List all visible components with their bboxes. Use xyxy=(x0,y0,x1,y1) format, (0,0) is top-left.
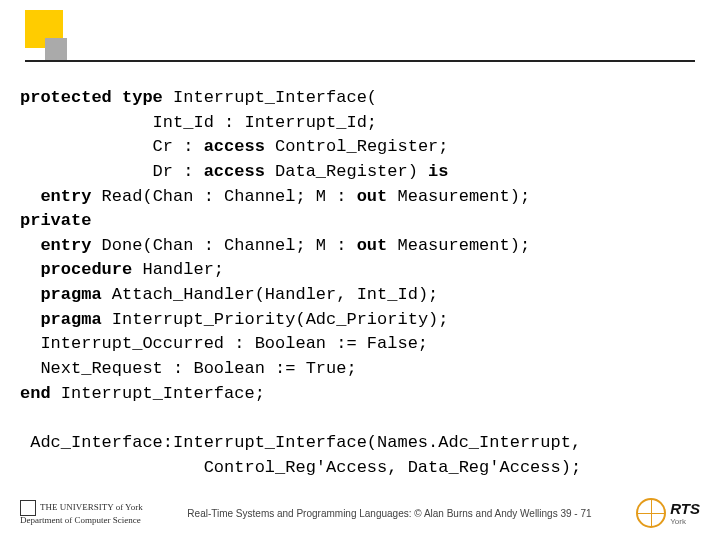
crest-icon xyxy=(20,500,36,516)
kw-end: end xyxy=(20,384,51,403)
kw-procedure: procedure xyxy=(40,260,132,279)
kw-entry: entry xyxy=(40,187,91,206)
kw-access: access xyxy=(204,137,265,156)
title-rule xyxy=(25,60,695,62)
kw-pragma: pragma xyxy=(40,310,101,329)
kw-out: out xyxy=(357,187,388,206)
globe-icon xyxy=(636,498,666,528)
kw-protected-type: protected type xyxy=(20,88,163,107)
kw-pragma: pragma xyxy=(40,285,101,304)
grey-square xyxy=(45,38,67,60)
footer: THE UNIVERSITY of York Department of Com… xyxy=(0,498,720,528)
kw-is: is xyxy=(428,162,448,181)
university-logo: THE UNIVERSITY of York Department of Com… xyxy=(20,500,143,526)
rts-logo: RTS York xyxy=(636,498,700,528)
kw-access: access xyxy=(204,162,265,181)
code-block: protected type Interrupt_Interface( Int_… xyxy=(20,86,581,480)
footer-text: Real-Time Systems and Programming Langua… xyxy=(187,508,591,519)
kw-entry: entry xyxy=(40,236,91,255)
kw-out: out xyxy=(357,236,388,255)
kw-private: private xyxy=(20,211,91,230)
